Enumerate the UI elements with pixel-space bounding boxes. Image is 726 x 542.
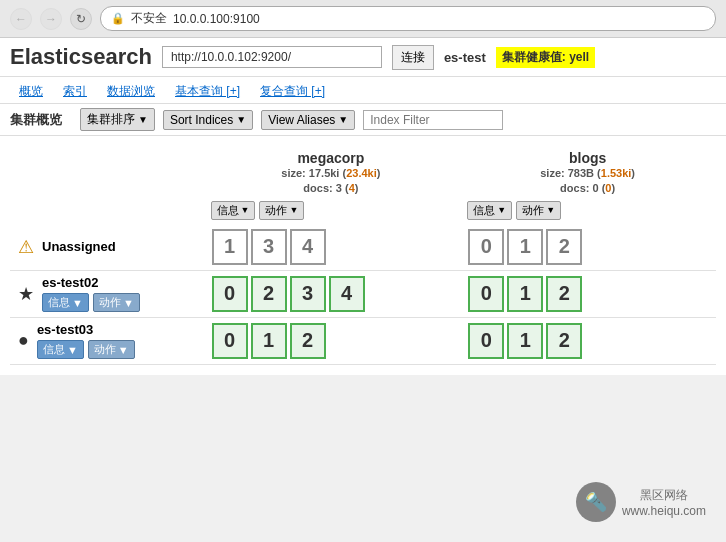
chevron-down-icon: ▼ — [123, 297, 134, 309]
cluster-grid: megacorp size: 17.5ki (23.4ki) docs: 3 (… — [10, 146, 716, 365]
es-test02-blogs-shards: 0 1 2 — [467, 275, 708, 313]
shard-cell: 3 — [251, 229, 287, 265]
megacorp-docs: docs: 3 (4) — [211, 181, 452, 196]
shard-cell: 2 — [546, 229, 582, 265]
tab-overview[interactable]: 概览 — [10, 79, 52, 103]
shard-cell: 0 — [468, 323, 504, 359]
shard-cell: 0 — [212, 276, 248, 312]
shard-cell: 4 — [290, 229, 326, 265]
blogs-info-button[interactable]: 信息 ▼ — [467, 201, 512, 220]
app-title: Elasticsearch — [10, 44, 152, 70]
unassigned-blogs-shards: 0 1 2 — [467, 228, 708, 266]
es-test02-action-button[interactable]: 动作 ▼ — [93, 293, 140, 312]
node-icon: ● — [18, 330, 29, 351]
tab-index[interactable]: 索引 — [54, 79, 96, 103]
tab-data-browser[interactable]: 数据浏览 — [98, 79, 164, 103]
shard-cell: 0 — [468, 276, 504, 312]
megacorp-size: size: 17.5ki (23.4ki) — [211, 166, 452, 181]
shard-cell: 1 — [212, 229, 248, 265]
cluster-sort-dropdown[interactable]: 集群排序 ▼ — [80, 108, 155, 131]
shard-cell: 2 — [546, 323, 582, 359]
unassigned-megacorp-shards: 1 3 4 — [211, 228, 452, 266]
shard-cell: 1 — [251, 323, 287, 359]
megacorp-info-button[interactable]: 信息 ▼ — [211, 201, 256, 220]
tab-basic-query[interactable]: 基本查询 [+] — [166, 79, 249, 103]
chevron-down-icon: ▼ — [338, 114, 348, 125]
connect-button[interactable]: 连接 — [392, 45, 434, 70]
master-icon: ★ — [18, 283, 34, 305]
shard-cell: 4 — [329, 276, 365, 312]
sort-indices-dropdown[interactable]: Sort Indices ▼ — [163, 110, 253, 130]
back-button[interactable]: ← — [10, 8, 32, 30]
shard-cell: 0 — [468, 229, 504, 265]
es-test03-info-button[interactable]: 信息 ▼ — [37, 340, 84, 359]
section-title: 集群概览 — [10, 111, 62, 129]
warning-icon: ⚠ — [18, 236, 34, 258]
shard-cell: 1 — [507, 323, 543, 359]
es-test02-info-button[interactable]: 信息 ▼ — [42, 293, 89, 312]
cluster-url-input[interactable] — [162, 46, 382, 68]
node-row-es-test03: ● es-test03 信息 ▼ 动作 ▼ — [10, 317, 716, 364]
es-test03-megacorp-shards: 0 1 2 — [211, 322, 452, 360]
node-row-unassigned: ⚠ Unassigned 1 3 4 0 1 2 — [10, 224, 716, 271]
shard-cell: 1 — [507, 229, 543, 265]
chevron-down-icon: ▼ — [72, 297, 83, 309]
megacorp-header: megacorp — [211, 150, 452, 166]
reload-button[interactable]: ↻ — [70, 8, 92, 30]
es-test02-label: es-test02 — [42, 275, 140, 290]
es-test03-label: es-test03 — [37, 322, 135, 337]
shard-cell: 3 — [290, 276, 326, 312]
app-header: Elasticsearch 连接 es-test 集群健康值: yell — [0, 38, 726, 77]
address-bar: 🔒 不安全 10.0.0.100:9100 — [100, 6, 716, 31]
blogs-size: size: 783B (1.53ki) — [467, 166, 708, 181]
lock-icon: 🔒 — [111, 12, 125, 25]
chevron-down-icon: ▼ — [138, 114, 148, 125]
chevron-down-icon: ▼ — [236, 114, 246, 125]
main-content: megacorp size: 17.5ki (23.4ki) docs: 3 (… — [0, 136, 726, 375]
cluster-name: es-test — [444, 50, 486, 65]
shard-cell: 2 — [251, 276, 287, 312]
chevron-down-icon: ▼ — [241, 205, 250, 215]
shard-cell: 1 — [507, 276, 543, 312]
megacorp-action-button[interactable]: 动作 ▼ — [259, 201, 304, 220]
es-test03-blogs-shards: 0 1 2 — [467, 322, 708, 360]
es-test02-megacorp-shards: 0 2 3 4 — [211, 275, 452, 313]
unassigned-label: Unassigned — [42, 239, 116, 254]
nav-tabs: 概览 索引 数据浏览 基本查询 [+] 复合查询 [+] — [0, 77, 726, 104]
browser-bar: ← → ↻ 🔒 不安全 10.0.0.100:9100 — [0, 0, 726, 38]
chevron-down-icon: ▼ — [289, 205, 298, 215]
tab-compound-query[interactable]: 复合查询 [+] — [251, 79, 334, 103]
node-row-es-test02: ★ es-test02 信息 ▼ 动作 ▼ — [10, 270, 716, 317]
blogs-action-button[interactable]: 动作 ▼ — [516, 201, 561, 220]
security-label: 不安全 — [131, 10, 167, 27]
view-aliases-dropdown[interactable]: View Aliases ▼ — [261, 110, 355, 130]
chevron-down-icon: ▼ — [67, 344, 78, 356]
chevron-down-icon: ▼ — [546, 205, 555, 215]
chevron-down-icon: ▼ — [497, 205, 506, 215]
cluster-health-badge: 集群健康值: yell — [496, 47, 595, 68]
blogs-actions: 信息 ▼ 动作 ▼ — [467, 201, 708, 220]
index-filter-input[interactable] — [363, 110, 503, 130]
shard-cell: 2 — [546, 276, 582, 312]
forward-button[interactable]: → — [40, 8, 62, 30]
chevron-down-icon: ▼ — [118, 344, 129, 356]
shard-cell: 2 — [290, 323, 326, 359]
es-test03-action-button[interactable]: 动作 ▼ — [88, 340, 135, 359]
blogs-header: blogs — [467, 150, 708, 166]
shard-cell: 0 — [212, 323, 248, 359]
address-url: 10.0.0.100:9100 — [173, 12, 705, 26]
megacorp-actions: 信息 ▼ 动作 ▼ — [211, 201, 452, 220]
blogs-docs: docs: 0 (0) — [467, 181, 708, 196]
toolbar: 集群概览 集群排序 ▼ Sort Indices ▼ View Aliases … — [0, 104, 726, 136]
